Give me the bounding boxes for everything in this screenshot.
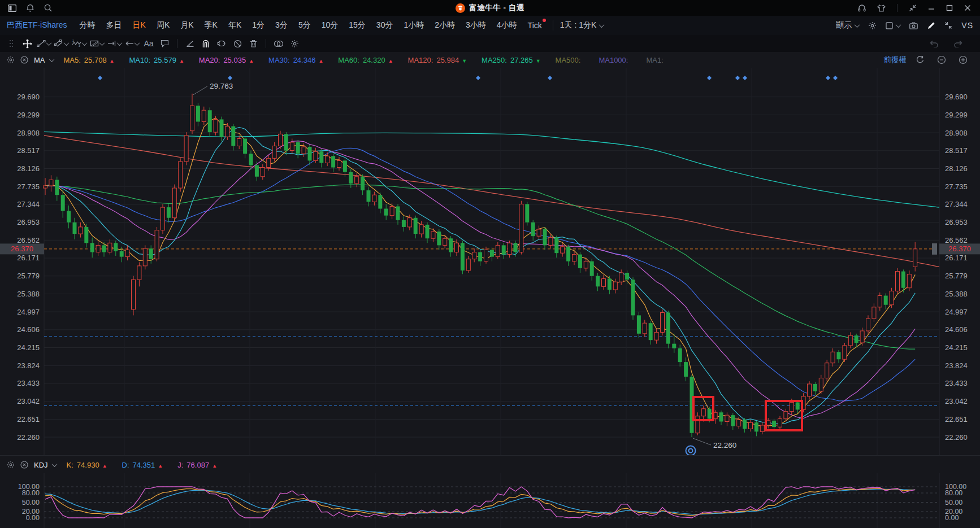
tab-30分[interactable]: 30分 xyxy=(376,20,393,30)
kdj-dropdown[interactable]: KDJ xyxy=(34,461,57,469)
tab-3分[interactable]: 3分 xyxy=(275,20,288,30)
tab-15分[interactable]: 15分 xyxy=(349,20,366,30)
delete-drawings-tool[interactable] xyxy=(247,37,259,50)
svg-text:29.690: 29.690 xyxy=(17,93,40,101)
refresh-cycle-tool[interactable] xyxy=(215,37,228,50)
tab-10分[interactable]: 10分 xyxy=(322,20,339,30)
layout-panel-icon[interactable] xyxy=(8,5,16,12)
event-diamond-icon[interactable] xyxy=(98,76,102,80)
ma-dropdown[interactable]: MA xyxy=(34,56,54,64)
minimize-icon[interactable] xyxy=(928,5,935,11)
tab-3小時[interactable]: 3小時 xyxy=(466,20,486,30)
legend-item-MA1000: MA1000: xyxy=(599,56,631,64)
elliott-wave-tool[interactable]: 13 xyxy=(72,37,86,50)
angle-tool[interactable] xyxy=(184,37,196,50)
drawing-settings-gear-icon[interactable] xyxy=(288,37,301,50)
settings-gear-icon[interactable] xyxy=(868,21,877,30)
event-diamond-icon[interactable] xyxy=(826,76,830,80)
kdj-chart[interactable]: 100.00100.0080.0080.0050.0050.0020.0020.… xyxy=(0,473,980,528)
measure-tool[interactable] xyxy=(107,37,122,50)
shrink-icon[interactable] xyxy=(944,21,952,29)
indicator-settings-gear-icon[interactable] xyxy=(7,461,15,469)
circle-marker-icon[interactable] xyxy=(686,446,696,456)
text-tool[interactable]: Aa xyxy=(142,37,155,50)
event-diamond-icon[interactable] xyxy=(743,76,747,80)
bell-icon[interactable] xyxy=(27,4,34,12)
legend-item-J: J:76.087▲ xyxy=(177,461,217,469)
ma10-line xyxy=(45,127,915,424)
svg-text:28.908: 28.908 xyxy=(945,129,968,137)
theme-shirt-icon[interactable] xyxy=(877,5,886,12)
svg-text:27.735: 27.735 xyxy=(945,182,968,191)
arrow-left-tool[interactable] xyxy=(125,37,139,50)
pencil-icon[interactable] xyxy=(927,21,935,30)
event-diamond-icon[interactable] xyxy=(707,76,712,80)
toolbar-separator xyxy=(177,39,177,48)
zoom-out-icon[interactable] xyxy=(937,55,946,64)
headset-icon[interactable] xyxy=(858,5,866,12)
legend-item-MA1: MA1: xyxy=(646,56,666,64)
tab-年K[interactable]: 年K xyxy=(228,20,241,30)
svg-text:24.997: 24.997 xyxy=(17,308,40,316)
hide-drawings-tool[interactable] xyxy=(231,37,244,50)
grip-icon[interactable] xyxy=(5,37,18,50)
tab-1分[interactable]: 1分 xyxy=(252,20,264,30)
tab-Tick[interactable]: Tick xyxy=(528,21,542,30)
svg-text:26.171: 26.171 xyxy=(945,254,968,262)
tab-季K[interactable]: 季K xyxy=(205,20,218,30)
tab-周K[interactable]: 周K xyxy=(157,20,170,30)
display-dropdown[interactable]: 顯示 xyxy=(836,20,859,30)
tab-4小時[interactable]: 4小時 xyxy=(497,20,517,30)
close-icon[interactable] xyxy=(964,5,971,11)
tab-2小時[interactable]: 2小時 xyxy=(435,20,455,30)
svg-text:27.735: 27.735 xyxy=(17,182,40,191)
chart-area[interactable]: MA MA5:25.708▲MA10:25.579▲MA20:25.035▲MA… xyxy=(0,52,980,528)
tab-日K[interactable]: 日K xyxy=(133,20,146,30)
period-selector[interactable]: 1天 : 1分K xyxy=(553,20,604,30)
tick-notification-dot xyxy=(543,19,546,22)
channel-tool[interactable] xyxy=(54,37,68,50)
trend-line-tool[interactable] xyxy=(37,37,51,50)
tab-多日[interactable]: 多日 xyxy=(106,20,122,30)
layout-square-dropdown[interactable] xyxy=(886,22,900,29)
indicator-close-icon[interactable] xyxy=(20,56,28,64)
svg-text:25.388: 25.388 xyxy=(17,290,40,298)
comment-tool[interactable] xyxy=(158,37,171,50)
move-cross-tool[interactable] xyxy=(21,37,33,50)
event-diamond-icon[interactable] xyxy=(548,76,552,80)
camera-icon[interactable] xyxy=(909,22,918,29)
adjustment-mode-label[interactable]: 前復權 xyxy=(884,55,907,65)
symbol-name[interactable]: 巴西ETF-iShares xyxy=(7,20,67,30)
event-diamond-icon[interactable] xyxy=(228,76,232,80)
maximize-icon[interactable] xyxy=(946,5,953,11)
indicator-settings-gear-icon[interactable] xyxy=(7,56,15,64)
tab-1小時[interactable]: 1小時 xyxy=(404,20,424,30)
undo-icon[interactable] xyxy=(927,37,940,50)
window-title: 富途牛牛 - 自選 xyxy=(469,3,524,13)
compare-rings-tool[interactable] xyxy=(272,37,285,50)
svg-text:80.00: 80.00 xyxy=(22,489,40,497)
kdj-legend: K:74.930▲D:74.351▲J:76.087▲ xyxy=(67,461,232,469)
svg-text:25.779: 25.779 xyxy=(17,272,40,280)
candlestick-chart[interactable]: 29.69029.69029.29929.29928.90828.90828.5… xyxy=(0,68,980,455)
pattern-box-tool[interactable] xyxy=(90,37,104,50)
tab-分時[interactable]: 分時 xyxy=(80,20,96,30)
indicator-close-icon[interactable] xyxy=(20,461,28,469)
svg-text:23.824: 23.824 xyxy=(17,361,40,370)
reset-zoom-icon[interactable] xyxy=(916,55,925,64)
svg-text:23.042: 23.042 xyxy=(17,397,40,405)
tab-5分[interactable]: 5分 xyxy=(298,20,311,30)
search-icon[interactable] xyxy=(44,4,52,12)
zoom-in-icon[interactable] xyxy=(959,55,968,64)
event-diamond-icon[interactable] xyxy=(476,76,480,80)
event-diamond-icon[interactable] xyxy=(735,76,740,80)
magnet-tool[interactable] xyxy=(200,37,212,50)
tabbar: 巴西ETF-iShares 分時多日日K周K月K季K年K1分3分5分10分15分… xyxy=(0,16,980,36)
vs-compare-button[interactable]: VS xyxy=(961,21,973,30)
redo-icon[interactable] xyxy=(952,37,965,50)
snap-window-icon[interactable] xyxy=(909,5,917,12)
tab-月K[interactable]: 月K xyxy=(180,20,193,30)
svg-text:26.953: 26.953 xyxy=(17,218,40,226)
event-diamond-icon[interactable] xyxy=(833,76,838,80)
price-line-handle[interactable] xyxy=(932,243,937,255)
